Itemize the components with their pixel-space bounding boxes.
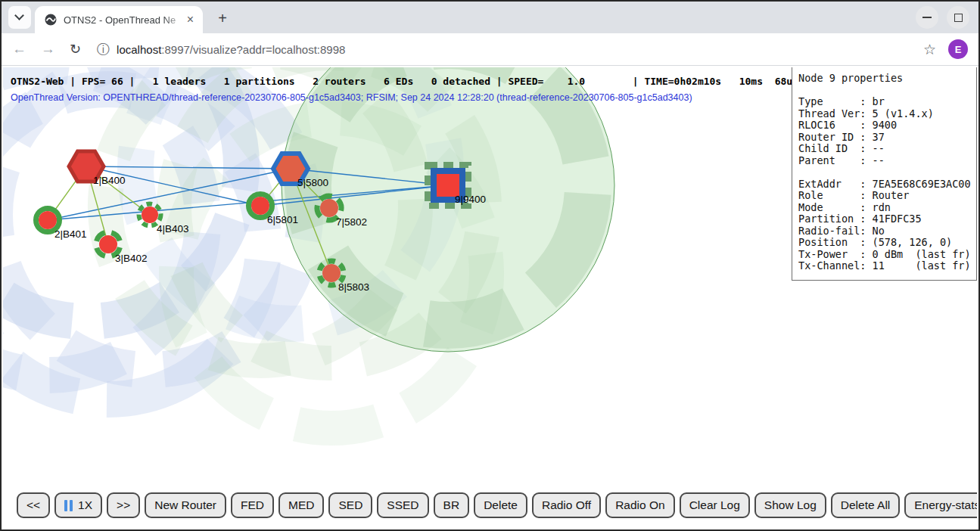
delete-button[interactable]: Delete (474, 492, 527, 518)
maximize-button[interactable] (947, 6, 969, 29)
window-controls (916, 6, 969, 29)
circle-node-shape (39, 211, 57, 229)
tab-close-icon[interactable]: × (185, 14, 195, 26)
chevron-down-icon (14, 11, 24, 20)
page-content: 1|B4002|B4013|B4024|B4035|58006|58017|58… (3, 67, 977, 528)
energy-stats-button[interactable]: Energy-stats ↗ (904, 492, 977, 518)
node-properties-panel: Node 9 properties Type : br Thread Ver: … (792, 67, 977, 281)
new-router-button[interactable]: New Router (145, 492, 226, 518)
sed-button[interactable]: SED (328, 492, 372, 518)
node-label: 9|9400 (455, 194, 486, 205)
med-button[interactable]: MED (278, 492, 324, 518)
status-bar: OTNS2-Web | FPS= 66 | 1 leaders 1 partit… (11, 76, 798, 87)
br-button[interactable]: BR (434, 492, 470, 518)
page-info-icon[interactable]: ⓘ (97, 41, 110, 58)
browser-window: OTNS2 - OpenThread Ne × + ← → ↻ ⓘ localh… (0, 0, 980, 531)
tab-strip: OTNS2 - OpenThread Ne × + (2, 2, 978, 33)
url-host: localhost (117, 43, 161, 56)
node-label: 5|5800 (297, 177, 328, 188)
speed-down-button[interactable]: << (17, 492, 50, 518)
circle-node-shape (320, 199, 338, 217)
radio-on-button[interactable]: Radio On (605, 492, 674, 518)
circle-node-shape (99, 235, 117, 253)
node-label: 3|B402 (115, 253, 148, 264)
browser-toolbar: ← → ↻ ⓘ localhost:8997/visualize?addr=lo… (2, 33, 978, 66)
tab-search-button[interactable] (8, 6, 31, 29)
clear-log-button[interactable]: Clear Log (680, 492, 750, 518)
bookmark-star-icon[interactable]: ☆ (923, 41, 936, 58)
fed-button[interactable]: FED (231, 492, 274, 518)
forward-button[interactable]: → (41, 41, 55, 57)
node-label: 1|B400 (93, 175, 126, 186)
new-tab-button[interactable]: + (212, 8, 233, 30)
url-path: :8997/visualize?addr=localhost:8998 (161, 43, 345, 56)
node-label: 2|B401 (54, 228, 87, 240)
node-label: 6|5801 (267, 214, 298, 225)
minimize-button[interactable] (916, 6, 938, 29)
speed-button[interactable]: 1X (54, 492, 102, 518)
node-label: 8|5803 (338, 281, 369, 293)
node-label: 4|B403 (157, 223, 189, 234)
reload-button[interactable]: ↻ (70, 41, 81, 57)
node-properties-title: Node 9 properties (798, 72, 970, 84)
ssed-button[interactable]: SSED (377, 492, 428, 518)
speed-up-button[interactable]: >> (107, 492, 140, 518)
show-log-button[interactable]: Show Log (754, 492, 826, 518)
back-button[interactable]: ← (12, 41, 26, 57)
node-label: 7|5802 (336, 216, 367, 228)
version-text: OpenThread Version: OPENTHREAD/thread-re… (11, 92, 692, 103)
pause-icon (64, 500, 73, 511)
bottom-toolbar: <<1X>>New RouterFEDMEDSEDSSEDBRDeleteRad… (17, 492, 977, 518)
profile-avatar[interactable]: E (948, 39, 968, 59)
node-properties-text: Type : br Thread Ver: 5 (v1.4.x) RLOC16 … (798, 96, 970, 272)
radio-off-button[interactable]: Radio Off (532, 492, 601, 518)
minimize-icon (922, 17, 932, 18)
tab-otns2[interactable]: OTNS2 - OpenThread Ne × (35, 6, 203, 33)
maximize-icon (954, 14, 963, 22)
address-bar[interactable]: localhost:8997/visualize?addr=localhost:… (117, 43, 917, 56)
delete-all-button[interactable]: Delete All (831, 492, 900, 518)
site-favicon-icon (45, 14, 57, 26)
circle-node-shape (322, 264, 341, 282)
circle-node-shape (142, 206, 158, 223)
tab-title: OTNS2 - OpenThread Ne (64, 14, 185, 26)
circle-node-shape (251, 197, 269, 215)
